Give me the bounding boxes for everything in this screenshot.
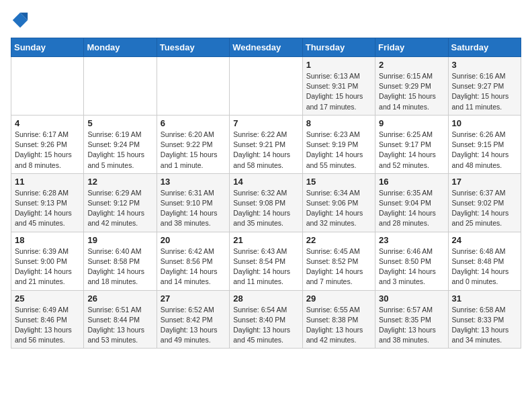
calendar-cell: 12Sunrise: 6:29 AMSunset: 9:12 PMDayligh… (84, 173, 157, 232)
page-header (11, 11, 521, 30)
day-number: 16 (379, 177, 444, 187)
logo (11, 11, 32, 30)
day-number: 20 (161, 235, 226, 245)
day-info: Sunrise: 6:54 AMSunset: 8:40 PMDaylight:… (233, 305, 298, 346)
calendar-cell (11, 57, 84, 116)
day-number: 6 (161, 118, 226, 128)
day-info: Sunrise: 6:45 AMSunset: 8:52 PMDaylight:… (306, 246, 371, 287)
day-number: 15 (306, 177, 371, 187)
logo-icon (11, 11, 30, 30)
day-of-week-wednesday: Wednesday (230, 38, 302, 57)
calendar-cell: 14Sunrise: 6:32 AMSunset: 9:08 PMDayligh… (230, 173, 302, 232)
calendar-cell: 3Sunrise: 6:16 AMSunset: 9:27 PMDaylight… (448, 57, 521, 116)
day-number: 26 (87, 293, 152, 304)
day-number: 31 (452, 293, 517, 304)
day-number: 17 (452, 177, 517, 187)
calendar-cell: 27Sunrise: 6:52 AMSunset: 8:42 PMDayligh… (157, 290, 229, 349)
calendar-cell: 7Sunrise: 6:22 AMSunset: 9:21 PMDaylight… (230, 115, 302, 173)
day-of-week-thursday: Thursday (302, 38, 375, 57)
calendar-cell (230, 57, 302, 116)
day-number: 23 (379, 235, 444, 245)
day-info: Sunrise: 6:20 AMSunset: 9:22 PMDaylight:… (161, 130, 226, 171)
calendar-week-2: 4Sunrise: 6:17 AMSunset: 9:26 PMDaylight… (11, 115, 521, 173)
calendar-cell: 4Sunrise: 6:17 AMSunset: 9:26 PMDaylight… (11, 115, 84, 173)
day-info: Sunrise: 6:29 AMSunset: 9:12 PMDaylight:… (87, 188, 152, 229)
day-of-week-saturday: Saturday (448, 38, 521, 57)
calendar-cell: 1Sunrise: 6:13 AMSunset: 9:31 PMDaylight… (302, 57, 375, 116)
calendar-cell (84, 57, 157, 116)
day-number: 4 (15, 118, 80, 128)
day-of-week-friday: Friday (375, 38, 448, 57)
day-info: Sunrise: 6:52 AMSunset: 8:42 PMDaylight:… (161, 305, 226, 346)
calendar-header-row: SundayMondayTuesdayWednesdayThursdayFrid… (11, 38, 521, 57)
day-number: 3 (452, 60, 517, 70)
calendar-cell: 30Sunrise: 6:57 AMSunset: 8:35 PMDayligh… (375, 290, 448, 349)
day-info: Sunrise: 6:31 AMSunset: 9:10 PMDaylight:… (161, 188, 226, 229)
day-info: Sunrise: 6:49 AMSunset: 8:46 PMDaylight:… (15, 305, 80, 346)
calendar-cell: 22Sunrise: 6:45 AMSunset: 8:52 PMDayligh… (302, 232, 375, 290)
calendar-cell: 18Sunrise: 6:39 AMSunset: 9:00 PMDayligh… (11, 232, 84, 290)
day-number: 30 (379, 293, 444, 304)
day-info: Sunrise: 6:25 AMSunset: 9:17 PMDaylight:… (379, 130, 444, 171)
day-of-week-monday: Monday (84, 38, 157, 57)
calendar-cell: 9Sunrise: 6:25 AMSunset: 9:17 PMDaylight… (375, 115, 448, 173)
day-info: Sunrise: 6:13 AMSunset: 9:31 PMDaylight:… (306, 71, 371, 112)
calendar-cell: 15Sunrise: 6:34 AMSunset: 9:06 PMDayligh… (302, 173, 375, 232)
day-number: 8 (306, 118, 371, 128)
day-info: Sunrise: 6:35 AMSunset: 9:04 PMDaylight:… (379, 188, 444, 229)
calendar-cell: 31Sunrise: 6:58 AMSunset: 8:33 PMDayligh… (448, 290, 521, 349)
calendar-cell: 24Sunrise: 6:48 AMSunset: 8:48 PMDayligh… (448, 232, 521, 290)
calendar-cell: 8Sunrise: 6:23 AMSunset: 9:19 PMDaylight… (302, 115, 375, 173)
calendar-cell (157, 57, 229, 116)
calendar-cell: 25Sunrise: 6:49 AMSunset: 8:46 PMDayligh… (11, 290, 84, 349)
day-number: 10 (452, 118, 517, 128)
day-of-week-sunday: Sunday (11, 38, 84, 57)
day-info: Sunrise: 6:16 AMSunset: 9:27 PMDaylight:… (452, 71, 517, 112)
day-number: 25 (15, 293, 80, 304)
calendar-cell: 23Sunrise: 6:46 AMSunset: 8:50 PMDayligh… (375, 232, 448, 290)
day-number: 21 (233, 235, 298, 245)
calendar-week-1: 1Sunrise: 6:13 AMSunset: 9:31 PMDaylight… (11, 57, 521, 116)
day-number: 9 (379, 118, 444, 128)
calendar-week-3: 11Sunrise: 6:28 AMSunset: 9:13 PMDayligh… (11, 173, 521, 232)
calendar-cell: 5Sunrise: 6:19 AMSunset: 9:24 PMDaylight… (84, 115, 157, 173)
day-number: 11 (15, 177, 80, 187)
calendar-week-5: 25Sunrise: 6:49 AMSunset: 8:46 PMDayligh… (11, 290, 521, 349)
calendar-cell: 6Sunrise: 6:20 AMSunset: 9:22 PMDaylight… (157, 115, 229, 173)
day-number: 24 (452, 235, 517, 245)
day-number: 5 (87, 118, 152, 128)
day-number: 18 (15, 235, 80, 245)
day-info: Sunrise: 6:39 AMSunset: 9:00 PMDaylight:… (15, 246, 80, 287)
calendar-cell: 17Sunrise: 6:37 AMSunset: 9:02 PMDayligh… (448, 173, 521, 232)
day-info: Sunrise: 6:19 AMSunset: 9:24 PMDaylight:… (87, 130, 152, 171)
calendar-cell: 11Sunrise: 6:28 AMSunset: 9:13 PMDayligh… (11, 173, 84, 232)
day-info: Sunrise: 6:46 AMSunset: 8:50 PMDaylight:… (379, 246, 444, 287)
calendar-cell: 28Sunrise: 6:54 AMSunset: 8:40 PMDayligh… (230, 290, 302, 349)
calendar-cell: 20Sunrise: 6:42 AMSunset: 8:56 PMDayligh… (157, 232, 229, 290)
day-info: Sunrise: 6:26 AMSunset: 9:15 PMDaylight:… (452, 130, 517, 171)
day-info: Sunrise: 6:57 AMSunset: 8:35 PMDaylight:… (379, 305, 444, 346)
day-info: Sunrise: 6:58 AMSunset: 8:33 PMDaylight:… (452, 305, 517, 346)
day-info: Sunrise: 6:37 AMSunset: 9:02 PMDaylight:… (452, 188, 517, 229)
day-info: Sunrise: 6:28 AMSunset: 9:13 PMDaylight:… (15, 188, 80, 229)
day-number: 1 (306, 60, 371, 70)
day-number: 19 (87, 235, 152, 245)
calendar-week-4: 18Sunrise: 6:39 AMSunset: 9:00 PMDayligh… (11, 232, 521, 290)
calendar-cell: 10Sunrise: 6:26 AMSunset: 9:15 PMDayligh… (448, 115, 521, 173)
day-number: 12 (87, 177, 152, 187)
day-number: 27 (161, 293, 226, 304)
calendar-cell: 16Sunrise: 6:35 AMSunset: 9:04 PMDayligh… (375, 173, 448, 232)
day-number: 29 (306, 293, 371, 304)
calendar-cell: 26Sunrise: 6:51 AMSunset: 8:44 PMDayligh… (84, 290, 157, 349)
day-info: Sunrise: 6:55 AMSunset: 8:38 PMDaylight:… (306, 305, 371, 346)
calendar-table: SundayMondayTuesdayWednesdayThursdayFrid… (11, 38, 521, 349)
calendar-cell: 21Sunrise: 6:43 AMSunset: 8:54 PMDayligh… (230, 232, 302, 290)
day-number: 7 (233, 118, 298, 128)
day-info: Sunrise: 6:23 AMSunset: 9:19 PMDaylight:… (306, 130, 371, 171)
calendar-cell: 2Sunrise: 6:15 AMSunset: 9:29 PMDaylight… (375, 57, 448, 116)
day-number: 22 (306, 235, 371, 245)
day-info: Sunrise: 6:32 AMSunset: 9:08 PMDaylight:… (233, 188, 298, 229)
day-number: 2 (379, 60, 444, 70)
calendar-cell: 29Sunrise: 6:55 AMSunset: 8:38 PMDayligh… (302, 290, 375, 349)
calendar-cell: 13Sunrise: 6:31 AMSunset: 9:10 PMDayligh… (157, 173, 229, 232)
